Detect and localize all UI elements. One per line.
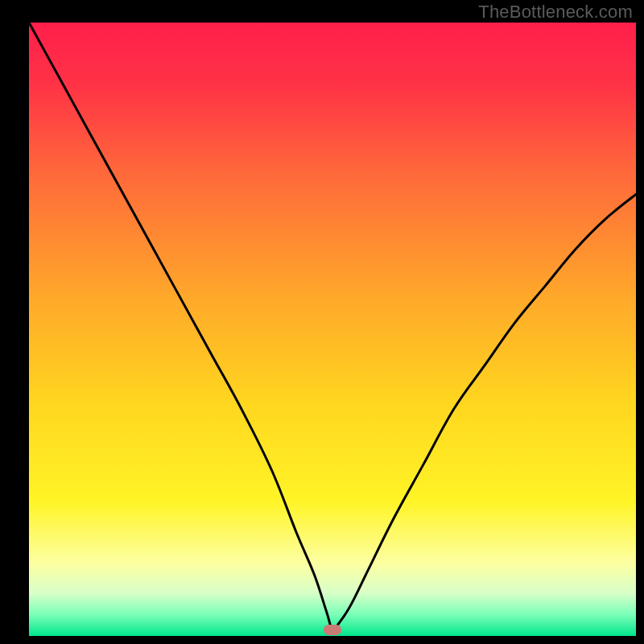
watermark-text: TheBottleneck.com [478,2,633,23]
plot-background [29,23,636,636]
bottleneck-chart [0,0,644,644]
chart-container: TheBottleneck.com [0,0,644,644]
optimal-marker [324,625,341,635]
